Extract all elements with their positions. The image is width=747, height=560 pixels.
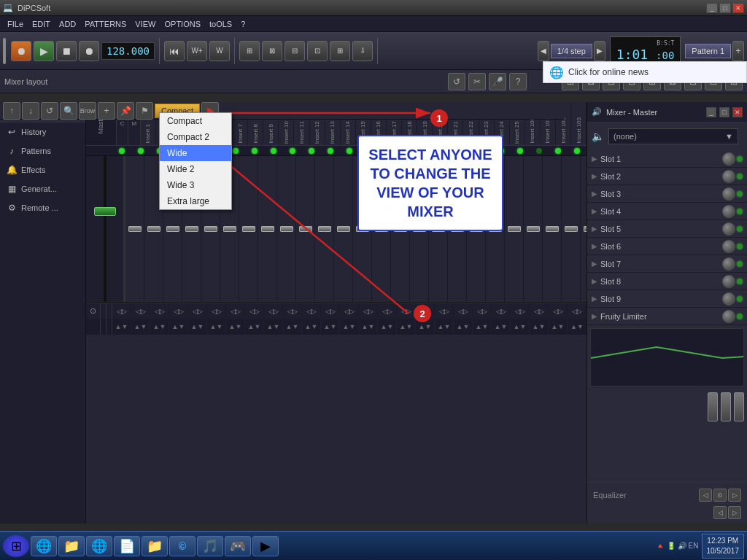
arrow-ctrl-13[interactable]: ◁▷ (340, 303, 359, 319)
cpu-btn[interactable]: ⊞ (330, 41, 350, 61)
play-button[interactable]: ▶ (34, 41, 54, 61)
fruity-limiter[interactable]: ▶ Fruity Limiter (587, 308, 747, 325)
eq-btn3[interactable]: ▷ (728, 489, 741, 502)
news-bar[interactable]: 🌐 Click for online news (543, 61, 747, 83)
slot-5[interactable]: ▶ Slot 5 (587, 220, 747, 238)
arrow-ctrl-16[interactable]: ◁▷ (397, 303, 416, 319)
dd-wide[interactable]: Wide (160, 145, 231, 161)
taskbar-explorer[interactable]: 📁 (58, 536, 85, 556)
vol-ctrl-12[interactable]: ▲▼ (321, 319, 340, 335)
right-fader-1[interactable] (708, 392, 718, 421)
fader-strip-22[interactable] (524, 156, 543, 302)
dd-wide3[interactable]: Wide 3 (160, 177, 231, 193)
slot-knob-7[interactable] (722, 257, 735, 271)
slot-1[interactable]: ▶ Slot 1 (587, 150, 747, 168)
fader-strip-21[interactable] (505, 156, 524, 302)
nav-home-btn[interactable]: ↺ (41, 102, 58, 120)
midi-btn[interactable]: ⊡ (307, 41, 328, 61)
flag-btn[interactable]: ⚑ (136, 102, 153, 120)
vol-ctrl-9[interactable]: ▲▼ (264, 319, 283, 335)
dd-wide2[interactable]: Wide 2 (160, 161, 231, 177)
rewind-button[interactable]: ⏮ (164, 41, 185, 61)
arrow-ctrl-24[interactable]: ◁▷ (549, 303, 568, 319)
browse-btn[interactable]: Brow (79, 102, 96, 120)
arrow-ctrl-7[interactable]: ◁▷ (226, 303, 245, 319)
none-dropdown[interactable]: (none) ▼ (608, 128, 738, 144)
fader-strip-9[interactable] (277, 156, 296, 302)
vol-ctrl-8[interactable]: ▲▼ (245, 319, 264, 335)
sidebar-item-history[interactable]: ↩ History (0, 122, 85, 141)
nav-back-btn[interactable]: ↑ (3, 102, 20, 120)
vol-ctrl-19[interactable]: ▲▼ (454, 319, 473, 335)
dd-extra-large[interactable]: Extra large (160, 193, 231, 209)
slot-knob-8[interactable] (722, 275, 735, 288)
vol-ctrl-1[interactable]: ▲▼ (112, 319, 131, 335)
snap-btn[interactable]: ⊞ (239, 41, 260, 61)
slot-6[interactable]: ▶ Slot 6 (587, 238, 747, 255)
stop-button[interactable]: ⏹ (56, 41, 77, 61)
vol-ctrl-20[interactable]: ▲▼ (473, 319, 492, 335)
maximize-button[interactable]: □ (719, 3, 731, 13)
eq-ctrl1[interactable]: ◁ (713, 506, 727, 519)
slot-knob-4[interactable] (722, 205, 735, 218)
taskbar-fl[interactable]: 🎵 (197, 536, 223, 556)
tool4-btn[interactable]: ? (509, 73, 527, 90)
pattern-select[interactable]: Pattern 1 (685, 44, 731, 58)
slot-knob-3[interactable] (722, 187, 735, 201)
slot-knob-6[interactable] (722, 240, 735, 253)
slot-knob-1[interactable] (722, 152, 735, 166)
fader-strip-11[interactable] (315, 156, 334, 302)
taskbar-folder[interactable]: 📁 (142, 536, 168, 556)
fader-strip-8[interactable] (258, 156, 277, 302)
bpm-display[interactable]: 128.000 (101, 42, 155, 60)
vol-ctrl-23[interactable]: ▲▼ (530, 319, 549, 335)
arrow-ctrl-23[interactable]: ◁▷ (530, 303, 549, 319)
mode2-btn[interactable]: W (209, 41, 230, 61)
vol-ctrl-16[interactable]: ▲▼ (397, 319, 416, 335)
arrow-ctrl-1[interactable]: ◁▷ (112, 303, 131, 319)
fader-strip-1[interactable] (125, 156, 144, 302)
taskbar-chrome[interactable]: 🌐 (86, 536, 112, 556)
eq-btn2[interactable]: ⊙ (713, 489, 727, 502)
step-select[interactable]: 1/4 step (551, 44, 592, 58)
menu-file[interactable]: FILe (3, 18, 28, 30)
menu-tools[interactable]: toOLS (205, 18, 236, 30)
nav-fwd-btn[interactable]: ↓ (22, 102, 39, 120)
vol-ctrl-7[interactable]: ▲▼ (226, 319, 245, 335)
mode-btn[interactable]: W+ (187, 41, 207, 61)
vol-ctrl-13[interactable]: ▲▼ (340, 319, 359, 335)
right-fader-2[interactable] (721, 392, 731, 421)
slot-knob-9[interactable] (722, 292, 735, 306)
slot-knob-5[interactable] (722, 222, 735, 236)
arrow-ctrl-5[interactable]: ◁▷ (188, 303, 207, 319)
tool2-btn[interactable]: ✂ (468, 73, 486, 90)
arrow-ctrl-6[interactable]: ◁▷ (207, 303, 226, 319)
dd-compact[interactable]: Compact (160, 113, 231, 129)
fader-strip-7[interactable] (239, 156, 258, 302)
vol-ctrl-25[interactable]: ▲▼ (568, 319, 587, 335)
vol-ctrl-6[interactable]: ▲▼ (207, 319, 226, 335)
minimize-button[interactable]: _ (706, 3, 718, 13)
vol-ctrl-21[interactable]: ▲▼ (492, 319, 511, 335)
menu-patterns[interactable]: PATTERNS (80, 18, 131, 30)
menu-view[interactable]: VIEW (131, 18, 160, 30)
step-up-btn[interactable]: ▶ (594, 41, 605, 61)
slot-3[interactable]: ▶ Slot 3 (587, 185, 747, 203)
arrow-ctrl-8[interactable]: ◁▷ (245, 303, 264, 319)
eq-btn1[interactable]: ◁ (699, 489, 712, 502)
master-fader[interactable] (86, 156, 124, 302)
arrow-ctrl-15[interactable]: ◁▷ (378, 303, 397, 319)
vol-ctrl-24[interactable]: ▲▼ (549, 319, 568, 335)
taskbar-c[interactable]: © (169, 536, 196, 556)
tool3-btn[interactable]: 🎤 (489, 73, 506, 90)
channel-103[interactable]: Insert 103 (571, 102, 587, 145)
arrow-ctrl-21[interactable]: ◁▷ (492, 303, 511, 319)
menu-add[interactable]: ADD (55, 18, 80, 30)
fader-strip-25[interactable] (581, 156, 587, 302)
arrow-ctrl-10[interactable]: ◁▷ (283, 303, 302, 319)
add-btn[interactable]: + (98, 102, 115, 120)
arrow-ctrl-4[interactable]: ◁▷ (169, 303, 188, 319)
arrow-ctrl-12[interactable]: ◁▷ (321, 303, 340, 319)
fader-strip-10[interactable] (296, 156, 315, 302)
menu-options[interactable]: OPTIONS (160, 18, 205, 30)
